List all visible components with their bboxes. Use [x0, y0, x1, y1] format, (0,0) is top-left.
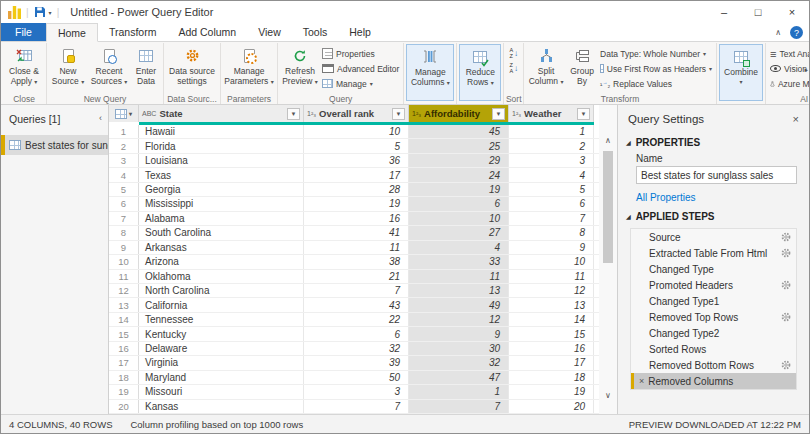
- weather-cell[interactable]: 20: [509, 400, 594, 413]
- state-cell[interactable]: Oklahoma: [139, 270, 304, 283]
- weather-cell[interactable]: 13: [509, 298, 594, 311]
- collapse-ribbon-icon[interactable]: ∧: [775, 28, 781, 37]
- query-name-input[interactable]: [636, 166, 797, 184]
- step-changed-type2[interactable]: Changed Type2: [631, 325, 796, 341]
- state-cell[interactable]: Delaware: [139, 342, 304, 355]
- overall-rank-cell[interactable]: 6: [304, 327, 409, 340]
- delete-step-icon[interactable]: ×: [639, 376, 644, 386]
- state-cell[interactable]: Louisiana: [139, 154, 304, 167]
- manage-columns-button[interactable]: Manage Columns ▾: [408, 45, 452, 88]
- table-row[interactable]: 1Hawaii10451: [109, 125, 599, 139]
- affordability-cell[interactable]: 49: [409, 298, 509, 311]
- table-row[interactable]: 16Delaware323016: [109, 342, 599, 356]
- overall-rank-cell[interactable]: 41: [304, 226, 409, 239]
- weather-cell[interactable]: 16: [509, 342, 594, 355]
- affordability-cell[interactable]: 29: [409, 154, 509, 167]
- weather-cell[interactable]: 14: [509, 313, 594, 326]
- table-row[interactable]: 11Oklahoma211111: [109, 270, 599, 284]
- affordability-cell[interactable]: 47: [409, 371, 509, 384]
- weather-cell[interactable]: 17: [509, 356, 594, 369]
- weather-cell[interactable]: 11: [509, 270, 594, 283]
- weather-cell[interactable]: 2: [509, 139, 594, 152]
- properties-button[interactable]: Properties: [320, 46, 401, 61]
- refresh-preview-button[interactable]: Refresh Preview ▾: [280, 44, 320, 87]
- overall-rank-cell[interactable]: 36: [304, 154, 409, 167]
- weather-cell[interactable]: 19: [509, 385, 594, 398]
- step-changed-type1[interactable]: Changed Type1: [631, 293, 796, 309]
- overall-rank-cell[interactable]: 3: [304, 385, 409, 398]
- affordability-cell[interactable]: 27: [409, 226, 509, 239]
- scroll-down-icon[interactable]: ∨: [599, 391, 617, 400]
- collapse-queries-pane-icon[interactable]: ‹: [99, 113, 102, 123]
- table-row[interactable]: 14Tennessee221214: [109, 313, 599, 327]
- step-changed-type[interactable]: Changed Type: [631, 261, 796, 277]
- tab-tools[interactable]: Tools: [292, 23, 339, 41]
- table-row[interactable]: 7Alabama16107: [109, 212, 599, 226]
- data-source-settings-button[interactable]: Data source settings: [166, 44, 218, 86]
- tab-file[interactable]: File: [1, 23, 46, 41]
- weather-cell[interactable]: 15: [509, 327, 594, 340]
- weather-cell[interactable]: 9: [509, 241, 594, 254]
- state-cell[interactable]: Hawaii: [139, 125, 304, 138]
- quick-access-dropdown-icon[interactable]: ▾: [49, 9, 52, 16]
- filter-dropdown-icon[interactable]: ▼: [577, 108, 590, 120]
- table-row[interactable]: 17Virginia393217: [109, 356, 599, 370]
- state-cell[interactable]: Arkansas: [139, 241, 304, 254]
- table-row[interactable]: 19Missouri3119: [109, 385, 599, 399]
- tab-add-column[interactable]: Add Column: [167, 23, 247, 41]
- close-and-apply-button[interactable]: Close & Apply ▾: [4, 44, 44, 87]
- help-badge[interactable]: ?: [790, 26, 803, 39]
- column-header-overall-rank[interactable]: 1²₃ Overall rank ▼: [304, 105, 409, 122]
- state-cell[interactable]: Virginia: [139, 356, 304, 369]
- column-header-weather[interactable]: 1²₃ Weather ▼: [509, 105, 594, 122]
- applied-steps-section-header[interactable]: ◢ APPLIED STEPS: [618, 205, 809, 224]
- overall-rank-cell[interactable]: 43: [304, 298, 409, 311]
- affordability-cell[interactable]: 9: [409, 327, 509, 340]
- state-cell[interactable]: Missouri: [139, 385, 304, 398]
- affordability-cell[interactable]: 32: [409, 356, 509, 369]
- weather-cell[interactable]: 18: [509, 371, 594, 384]
- tab-home[interactable]: Home: [46, 23, 98, 42]
- weather-cell[interactable]: 12: [509, 284, 594, 297]
- state-cell[interactable]: Maryland: [139, 371, 304, 384]
- maximize-button[interactable]: □: [741, 1, 775, 23]
- tab-view[interactable]: View: [247, 23, 292, 41]
- step-removed-columns[interactable]: × Removed Columns: [631, 373, 796, 389]
- overall-rank-cell[interactable]: 50: [304, 371, 409, 384]
- overall-rank-cell[interactable]: 19: [304, 197, 409, 210]
- weather-cell[interactable]: 10: [509, 255, 594, 268]
- step-sorted-rows[interactable]: Sorted Rows: [631, 341, 796, 357]
- step-settings-gear-icon[interactable]: [781, 280, 791, 290]
- step-settings-gear-icon[interactable]: [781, 248, 791, 258]
- state-cell[interactable]: North Carolina: [139, 284, 304, 297]
- weather-cell[interactable]: 8: [509, 226, 594, 239]
- text-analytics-button[interactable]: ≡Text Analytics: [768, 46, 809, 61]
- replace-values-button[interactable]: ¹→₂Replace Values: [598, 76, 714, 91]
- step-settings-gear-icon[interactable]: [781, 360, 791, 370]
- tab-help[interactable]: Help: [338, 23, 382, 41]
- overall-rank-cell[interactable]: 21: [304, 270, 409, 283]
- profiling-status[interactable]: Column profiling based on top 1000 rows: [130, 419, 303, 430]
- table-row[interactable]: 20Kansas7720: [109, 400, 599, 414]
- reduce-rows-button[interactable]: Reduce Rows ▾: [461, 45, 499, 88]
- filter-dropdown-icon[interactable]: ▼: [492, 108, 505, 120]
- affordability-cell[interactable]: 1: [409, 385, 509, 398]
- new-source-button[interactable]: New Source ▾: [49, 44, 87, 87]
- affordability-cell[interactable]: 45: [409, 125, 509, 138]
- affordability-cell[interactable]: 30: [409, 342, 509, 355]
- state-cell[interactable]: Kentucky: [139, 327, 304, 340]
- affordability-cell[interactable]: 12: [409, 313, 509, 326]
- step-promoted-headers[interactable]: Promoted Headers: [631, 277, 796, 293]
- sort-descending-button[interactable]: ZA↓: [509, 63, 518, 74]
- table-row[interactable]: 5Georgia28195: [109, 183, 599, 197]
- affordability-cell[interactable]: 13: [409, 284, 509, 297]
- table-row[interactable]: 3Louisiana36293: [109, 154, 599, 168]
- overall-rank-cell[interactable]: 5: [304, 139, 409, 152]
- weather-cell[interactable]: 6: [509, 197, 594, 210]
- affordability-cell[interactable]: 10: [409, 212, 509, 225]
- affordability-cell[interactable]: 24: [409, 168, 509, 181]
- step-source[interactable]: Source: [631, 229, 796, 245]
- enter-data-button[interactable]: Enter Data: [131, 44, 161, 86]
- minimize-button[interactable]: –: [707, 1, 741, 23]
- column-header-affordability[interactable]: 1²₃ Affordability ▼: [409, 105, 509, 122]
